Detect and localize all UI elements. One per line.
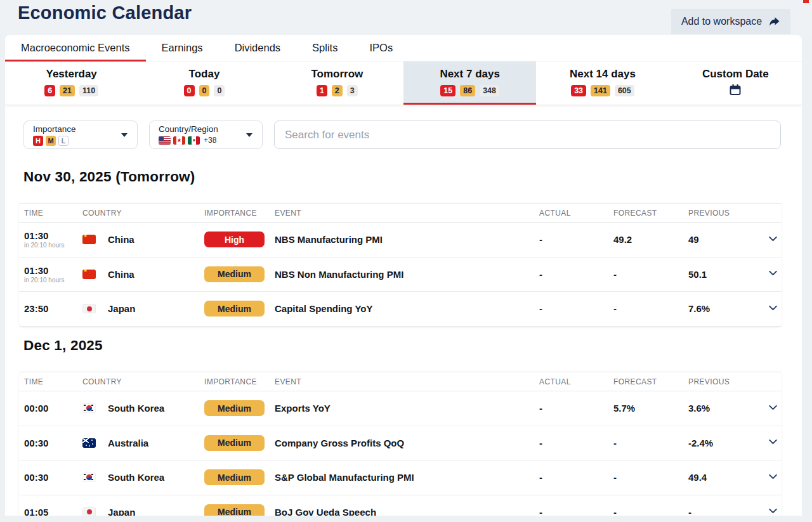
date-range-tab[interactable]: Yesterday 6 21 110 bbox=[5, 62, 138, 105]
date-range-tab-label: Yesterday bbox=[46, 68, 96, 81]
date-range-tab[interactable]: Custom Date bbox=[669, 62, 802, 105]
more-countries-count: +38 bbox=[204, 136, 216, 145]
event-row[interactable]: 01:05 Japan Medium BoJ Gov Ueda Speech -… bbox=[19, 495, 782, 516]
category-tab[interactable]: Earnings bbox=[146, 35, 219, 62]
event-row[interactable]: 00:30 Australia Medium Company Gross Pro… bbox=[19, 426, 782, 461]
high-count-badge: 0 bbox=[184, 85, 195, 96]
country-flag-icon bbox=[82, 507, 96, 516]
time-cell: 23:50 bbox=[24, 303, 82, 314]
date-range-tab[interactable]: Next 7 days 15 86 348 bbox=[403, 62, 536, 105]
event-row[interactable]: 01:30 in 20:10 hours China Medium NBS No… bbox=[19, 258, 782, 292]
table-header-row: TIMECOUNTRYIMPORTANCEEVENTACTUALFORECAST… bbox=[19, 203, 782, 223]
chevron-down-icon bbox=[768, 506, 778, 516]
country-name: South Korea bbox=[108, 472, 164, 483]
add-to-workspace-label: Add to workspace bbox=[681, 16, 762, 27]
expand-row-button[interactable] bbox=[766, 401, 780, 416]
event-time: 01:05 bbox=[24, 507, 82, 516]
event-name: BoJ Gov Ueda Speech bbox=[275, 507, 539, 516]
country-flag-icon bbox=[82, 270, 96, 279]
date-range-tab-bar: Yesterday 6 21 110 Today 0 0 0 Tomorrow bbox=[5, 62, 802, 105]
event-row[interactable]: 00:00 South Korea Medium Exports YoY - 5… bbox=[19, 391, 782, 426]
column-header: IMPORTANCE bbox=[204, 209, 275, 218]
column-header: EVENT bbox=[275, 377, 539, 386]
forecast-value: - bbox=[613, 507, 688, 516]
country-filter-dropdown[interactable]: Country/Region +38 bbox=[149, 121, 263, 149]
importance-badge: Medium bbox=[204, 400, 265, 416]
category-tab[interactable]: Dividends bbox=[219, 35, 296, 62]
importance-cell: Medium bbox=[204, 301, 275, 316]
event-time: 00:30 bbox=[24, 438, 82, 448]
column-header: FORECAST bbox=[613, 377, 688, 386]
expand-row-button[interactable] bbox=[766, 470, 780, 485]
date-range-tab-label: Today bbox=[189, 68, 220, 81]
expand-row-button[interactable] bbox=[766, 232, 780, 247]
date-range-tab-label: Next 7 days bbox=[440, 68, 500, 81]
medium-count-badge: 86 bbox=[460, 85, 475, 96]
clipped-corner-artifact bbox=[803, 0, 809, 3]
country-filter-label: Country/Region bbox=[159, 124, 253, 134]
chevron-down-icon bbox=[768, 303, 778, 313]
country-flag-icon bbox=[82, 403, 96, 413]
actual-value: - bbox=[539, 269, 613, 280]
date-range-tab-label: Custom Date bbox=[702, 68, 769, 81]
category-tab-bar: Macroeconomic Events Earnings Dividends … bbox=[5, 35, 802, 62]
column-header: TIME bbox=[24, 377, 82, 386]
importance-badge: Medium bbox=[204, 435, 265, 451]
country-flag-icon bbox=[82, 473, 96, 482]
time-cell: 01:30 in 20:10 hours bbox=[24, 230, 82, 249]
events-table-nov30: TIMECOUNTRYIMPORTANCEEVENTACTUALFORECAST… bbox=[19, 203, 782, 327]
mx-flag-icon bbox=[188, 136, 200, 145]
actual-value: - bbox=[539, 438, 613, 448]
chevron-down-icon bbox=[768, 436, 778, 447]
category-tab[interactable]: Macroeconomic Events bbox=[5, 35, 146, 62]
expand-row-button[interactable] bbox=[766, 301, 780, 316]
low-count-badge: 605 bbox=[615, 85, 634, 96]
column-header: COUNTRY bbox=[82, 209, 204, 218]
time-cell: 00:30 bbox=[24, 438, 82, 448]
forecast-value: 5.7% bbox=[613, 403, 688, 414]
category-tab-label: Dividends bbox=[235, 42, 280, 53]
country-name: Australia bbox=[108, 438, 148, 448]
previous-value: 50.1 bbox=[688, 269, 764, 280]
search-input[interactable] bbox=[274, 121, 781, 149]
forecast-value: - bbox=[613, 472, 688, 483]
category-tab[interactable]: IPOs bbox=[353, 35, 409, 62]
importance-filter-dropdown[interactable]: Importance HML bbox=[23, 121, 138, 149]
date-range-tab[interactable]: Tomorrow 1 2 3 bbox=[271, 62, 403, 105]
date-range-tab[interactable]: Next 14 days 33 141 605 bbox=[536, 62, 669, 105]
event-count-badges: 15 86 348 bbox=[440, 85, 499, 96]
event-row[interactable]: 23:50 Japan Medium Capital Spending YoY … bbox=[19, 292, 782, 327]
chevron-down-icon bbox=[121, 133, 128, 137]
forecast-value: - bbox=[613, 438, 688, 448]
country-flags: +38 bbox=[159, 136, 253, 145]
event-name: Company Gross Profits QoQ bbox=[275, 438, 539, 448]
event-row[interactable]: 00:30 South Korea Medium S&P Global Manu… bbox=[19, 460, 782, 495]
country-cell: Japan bbox=[82, 303, 204, 314]
event-name: Capital Spending YoY bbox=[275, 303, 539, 314]
expand-row-button[interactable] bbox=[766, 435, 780, 450]
previous-value: 49 bbox=[688, 234, 764, 245]
event-time: 01:30 bbox=[24, 265, 82, 276]
event-countdown: in 20:10 hours bbox=[24, 277, 82, 284]
expand-row-button[interactable] bbox=[766, 266, 780, 282]
column-header: ACTUAL bbox=[539, 377, 613, 386]
medium-count-badge: 21 bbox=[60, 85, 75, 96]
country-name: Japan bbox=[108, 507, 135, 516]
category-tab-label: Splits bbox=[312, 42, 337, 53]
date-range-tab[interactable]: Today 0 0 0 bbox=[138, 62, 270, 105]
us-flag-icon bbox=[159, 136, 171, 145]
event-name: NBS Manufacturing PMI bbox=[275, 234, 539, 245]
importance-badge: Medium bbox=[204, 504, 265, 516]
date-range-tab-label: Tomorrow bbox=[311, 68, 363, 81]
expand-row-button[interactable] bbox=[766, 504, 780, 516]
column-header: PREVIOUS bbox=[688, 209, 764, 218]
event-time: 00:00 bbox=[24, 403, 82, 414]
time-cell: 00:00 bbox=[24, 403, 82, 414]
add-to-workspace-button[interactable]: Add to workspace bbox=[671, 9, 790, 34]
country-name: China bbox=[108, 269, 134, 280]
table-header-row: TIMECOUNTRYIMPORTANCEEVENTACTUALFORECAST… bbox=[19, 372, 782, 391]
chevron-down-icon bbox=[768, 471, 778, 482]
event-name: Exports YoY bbox=[275, 403, 539, 414]
category-tab[interactable]: Splits bbox=[296, 35, 353, 62]
event-row[interactable]: 01:30 in 20:10 hours China High NBS Manu… bbox=[19, 223, 782, 258]
